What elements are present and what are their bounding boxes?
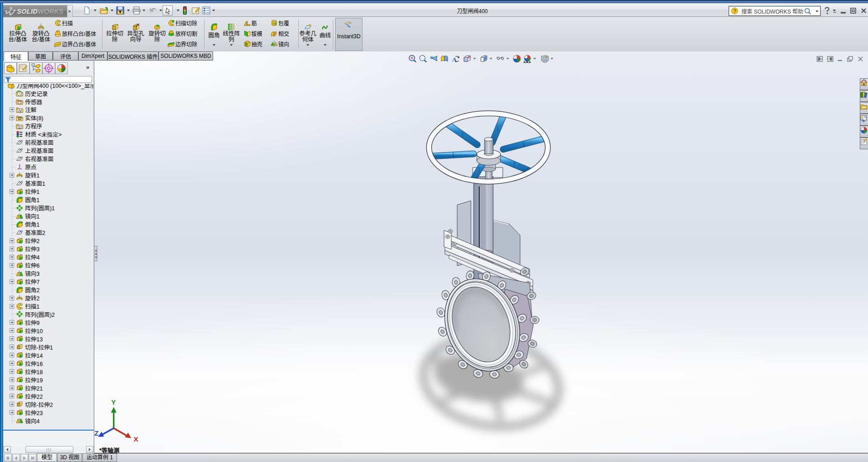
svg-text:SOLIDWORKS: SOLIDWORKS: [17, 8, 63, 15]
svg-text:X: X: [134, 435, 138, 442]
svg-text:A: A: [18, 108, 21, 112]
svg-text:Σ: Σ: [18, 125, 20, 129]
svg-text:?: ?: [733, 8, 736, 14]
svg-text:CD: CD: [273, 22, 277, 25]
svg-text:Y: Y: [111, 398, 116, 406]
svg-text:Z: Z: [94, 429, 98, 437]
